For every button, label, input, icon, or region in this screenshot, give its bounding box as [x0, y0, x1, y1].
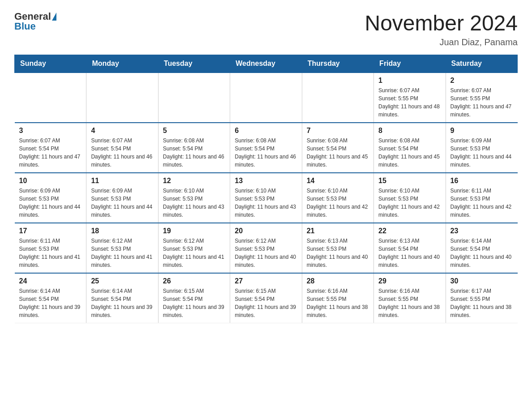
day-number: 27 [235, 277, 297, 285]
calendar-cell: 22Sunrise: 6:13 AMSunset: 5:54 PMDayligh… [374, 223, 446, 273]
calendar-cell: 18Sunrise: 6:12 AMSunset: 5:53 PMDayligh… [86, 223, 158, 273]
day-info: Sunrise: 6:14 AMSunset: 5:54 PMDaylight:… [19, 287, 82, 319]
calendar-cell [302, 73, 373, 123]
day-number: 23 [450, 227, 513, 235]
calendar-cell: 24Sunrise: 6:14 AMSunset: 5:54 PMDayligh… [15, 273, 86, 323]
page-subtitle: Juan Diaz, Panama [365, 37, 518, 47]
calendar-cell: 8Sunrise: 6:08 AMSunset: 5:54 PMDaylight… [374, 123, 446, 173]
day-info: Sunrise: 6:13 AMSunset: 5:54 PMDaylight:… [378, 237, 441, 269]
header-monday: Monday [86, 55, 158, 73]
logo-triangle-icon [52, 13, 56, 21]
calendar-cell: 4Sunrise: 6:07 AMSunset: 5:54 PMDaylight… [86, 123, 158, 173]
day-number: 7 [307, 127, 369, 135]
calendar-cell: 11Sunrise: 6:09 AMSunset: 5:53 PMDayligh… [86, 173, 158, 223]
day-number: 14 [307, 177, 369, 185]
day-info: Sunrise: 6:14 AMSunset: 5:54 PMDaylight:… [91, 287, 153, 319]
day-info: Sunrise: 6:08 AMSunset: 5:54 PMDaylight:… [235, 137, 297, 169]
day-info: Sunrise: 6:08 AMSunset: 5:54 PMDaylight:… [307, 137, 369, 169]
calendar-cell: 19Sunrise: 6:12 AMSunset: 5:53 PMDayligh… [158, 223, 230, 273]
day-number: 16 [450, 177, 513, 185]
day-number: 8 [378, 127, 441, 135]
calendar-cell: 2Sunrise: 6:07 AMSunset: 5:55 PMDaylight… [446, 73, 517, 123]
days-of-week-row: Sunday Monday Tuesday Wednesday Thursday… [15, 55, 518, 73]
title-area: November 2024 Juan Diaz, Panama [365, 11, 518, 47]
day-number: 9 [450, 127, 513, 135]
day-info: Sunrise: 6:07 AMSunset: 5:55 PMDaylight:… [378, 86, 441, 119]
day-info: Sunrise: 6:07 AMSunset: 5:54 PMDaylight:… [91, 137, 153, 169]
day-number: 24 [19, 277, 82, 285]
calendar-cell: 17Sunrise: 6:11 AMSunset: 5:53 PMDayligh… [15, 223, 86, 273]
day-info: Sunrise: 6:11 AMSunset: 5:53 PMDaylight:… [19, 237, 82, 269]
day-info: Sunrise: 6:12 AMSunset: 5:53 PMDaylight:… [235, 237, 297, 269]
calendar-cell [230, 73, 302, 123]
calendar-cell: 14Sunrise: 6:10 AMSunset: 5:53 PMDayligh… [302, 173, 373, 223]
calendar-cell [158, 73, 230, 123]
calendar-week-row: 24Sunrise: 6:14 AMSunset: 5:54 PMDayligh… [15, 273, 518, 323]
day-number: 30 [450, 277, 513, 285]
header-tuesday: Tuesday [158, 55, 230, 73]
day-number: 17 [19, 227, 82, 235]
day-number: 5 [163, 127, 225, 135]
day-number: 19 [163, 227, 225, 235]
day-info: Sunrise: 6:11 AMSunset: 5:53 PMDaylight:… [450, 187, 513, 219]
header-sunday: Sunday [15, 55, 86, 73]
day-info: Sunrise: 6:14 AMSunset: 5:54 PMDaylight:… [450, 237, 513, 269]
day-number: 25 [91, 277, 153, 285]
calendar-cell: 13Sunrise: 6:10 AMSunset: 5:53 PMDayligh… [230, 173, 302, 223]
day-info: Sunrise: 6:07 AMSunset: 5:55 PMDaylight:… [450, 86, 513, 119]
calendar-cell: 10Sunrise: 6:09 AMSunset: 5:53 PMDayligh… [15, 173, 86, 223]
day-number: 11 [91, 177, 153, 185]
calendar-cell: 26Sunrise: 6:15 AMSunset: 5:54 PMDayligh… [158, 273, 230, 323]
logo-blue-text: Blue [14, 21, 36, 32]
calendar-cell: 21Sunrise: 6:13 AMSunset: 5:53 PMDayligh… [302, 223, 373, 273]
day-info: Sunrise: 6:10 AMSunset: 5:53 PMDaylight:… [378, 187, 441, 219]
calendar-cell [15, 73, 86, 123]
day-info: Sunrise: 6:10 AMSunset: 5:53 PMDaylight:… [163, 187, 225, 219]
calendar-body: 1Sunrise: 6:07 AMSunset: 5:55 PMDaylight… [15, 73, 518, 323]
calendar-cell: 23Sunrise: 6:14 AMSunset: 5:54 PMDayligh… [446, 223, 517, 273]
day-info: Sunrise: 6:09 AMSunset: 5:53 PMDaylight:… [19, 187, 82, 219]
header-wednesday: Wednesday [230, 55, 302, 73]
day-info: Sunrise: 6:08 AMSunset: 5:54 PMDaylight:… [163, 137, 225, 169]
day-number: 21 [307, 227, 369, 235]
calendar-cell: 6Sunrise: 6:08 AMSunset: 5:54 PMDaylight… [230, 123, 302, 173]
day-info: Sunrise: 6:17 AMSunset: 5:55 PMDaylight:… [450, 287, 513, 319]
calendar-cell: 1Sunrise: 6:07 AMSunset: 5:55 PMDaylight… [374, 73, 446, 123]
day-info: Sunrise: 6:10 AMSunset: 5:53 PMDaylight:… [235, 187, 297, 219]
day-number: 15 [378, 177, 441, 185]
calendar-cell: 15Sunrise: 6:10 AMSunset: 5:53 PMDayligh… [374, 173, 446, 223]
page-title: November 2024 [365, 11, 518, 35]
page-header: General Blue November 2024 Juan Diaz, Pa… [14, 11, 518, 47]
day-info: Sunrise: 6:12 AMSunset: 5:53 PMDaylight:… [91, 237, 153, 269]
calendar-week-row: 17Sunrise: 6:11 AMSunset: 5:53 PMDayligh… [15, 223, 518, 273]
day-info: Sunrise: 6:16 AMSunset: 5:55 PMDaylight:… [378, 287, 441, 319]
calendar-cell: 9Sunrise: 6:09 AMSunset: 5:53 PMDaylight… [446, 123, 517, 173]
calendar-header: Sunday Monday Tuesday Wednesday Thursday… [15, 55, 518, 73]
calendar-cell: 25Sunrise: 6:14 AMSunset: 5:54 PMDayligh… [86, 273, 158, 323]
calendar-cell: 28Sunrise: 6:16 AMSunset: 5:55 PMDayligh… [302, 273, 373, 323]
calendar-cell: 30Sunrise: 6:17 AMSunset: 5:55 PMDayligh… [446, 273, 517, 323]
header-saturday: Saturday [446, 55, 517, 73]
day-info: Sunrise: 6:16 AMSunset: 5:55 PMDaylight:… [307, 287, 369, 319]
calendar-week-row: 1Sunrise: 6:07 AMSunset: 5:55 PMDaylight… [15, 73, 518, 123]
day-number: 29 [378, 277, 441, 285]
calendar-cell: 20Sunrise: 6:12 AMSunset: 5:53 PMDayligh… [230, 223, 302, 273]
day-info: Sunrise: 6:08 AMSunset: 5:54 PMDaylight:… [378, 137, 441, 169]
day-number: 26 [163, 277, 225, 285]
day-number: 28 [307, 277, 369, 285]
day-number: 4 [91, 127, 153, 135]
day-number: 10 [19, 177, 82, 185]
calendar-cell: 3Sunrise: 6:07 AMSunset: 5:54 PMDaylight… [15, 123, 86, 173]
calendar-table: Sunday Monday Tuesday Wednesday Thursday… [14, 55, 518, 323]
logo: General Blue [14, 11, 56, 32]
day-info: Sunrise: 6:10 AMSunset: 5:53 PMDaylight:… [307, 187, 369, 219]
day-info: Sunrise: 6:15 AMSunset: 5:54 PMDaylight:… [235, 287, 297, 319]
day-info: Sunrise: 6:13 AMSunset: 5:53 PMDaylight:… [307, 237, 369, 269]
header-thursday: Thursday [302, 55, 373, 73]
day-number: 13 [235, 177, 297, 185]
header-friday: Friday [374, 55, 446, 73]
day-info: Sunrise: 6:12 AMSunset: 5:53 PMDaylight:… [163, 237, 225, 269]
calendar-week-row: 3Sunrise: 6:07 AMSunset: 5:54 PMDaylight… [15, 123, 518, 173]
calendar-cell: 5Sunrise: 6:08 AMSunset: 5:54 PMDaylight… [158, 123, 230, 173]
calendar-cell: 27Sunrise: 6:15 AMSunset: 5:54 PMDayligh… [230, 273, 302, 323]
